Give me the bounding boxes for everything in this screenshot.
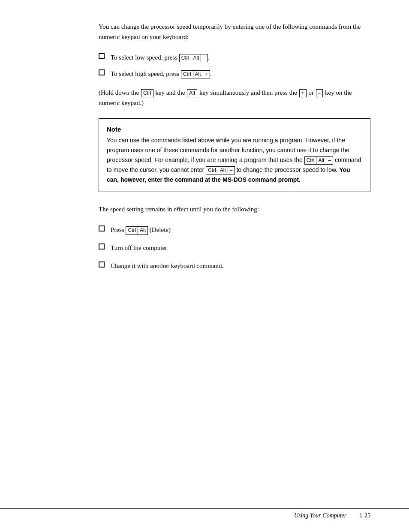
ctrl-key-paren: Ctrl bbox=[141, 89, 153, 98]
ctrl-alt-plus-key-group: CtrlAlt+ bbox=[181, 70, 210, 79]
bullet-low-text: To select low speed, press CtrlAlt– . bbox=[111, 52, 210, 63]
page: You can change the processor speed tempo… bbox=[0, 0, 409, 532]
bottom-bullet-1: Press CtrlAlt (Delete) bbox=[99, 225, 370, 235]
note-title: Note bbox=[107, 126, 362, 133]
minus-key-paren: – bbox=[316, 89, 323, 98]
parenthetical-text: (Hold down the Ctrl key and the Alt key … bbox=[99, 87, 370, 108]
plus-key-1: + bbox=[203, 70, 210, 79]
bottom-bullet-2: Turn off the computer bbox=[99, 243, 370, 253]
change-command-text: Change it with another keyboard command. bbox=[111, 261, 223, 271]
bullet-high-speed: To select high speed, press CtrlAlt+ . bbox=[99, 69, 370, 79]
note-key-group-2: CtrlAlt– bbox=[206, 166, 235, 175]
press-ctrl-alt-delete: Press CtrlAlt (Delete) bbox=[111, 225, 171, 235]
footer-label: Using Your Computer bbox=[294, 512, 346, 519]
intro-paragraph: You can change the processor speed tempo… bbox=[99, 21, 370, 42]
plus-key-paren: + bbox=[299, 89, 307, 98]
note-body: You can use the commands listed above wh… bbox=[107, 135, 362, 185]
ctrl-alt-minus-key-group: CtrlAlt– bbox=[179, 54, 208, 63]
note-box: Note You can use the commands listed abo… bbox=[99, 118, 370, 192]
speed-setting-text: The speed setting remains in effect unti… bbox=[99, 204, 370, 214]
minus-key-1: – bbox=[201, 54, 208, 63]
alt-key-2: Alt bbox=[193, 70, 203, 79]
bottom-bullets: Press CtrlAlt (Delete) Turn off the comp… bbox=[99, 225, 370, 271]
speed-bullets: To select low speed, press CtrlAlt– . To… bbox=[99, 52, 370, 79]
ctrl-key-2: Ctrl bbox=[181, 70, 193, 79]
footer-page-number: 1-25 bbox=[359, 512, 370, 519]
checkbox-icon-1 bbox=[99, 53, 105, 59]
note-key-group-1: CtrlAlt– bbox=[304, 156, 333, 165]
note-ctrl-1: Ctrl bbox=[304, 156, 317, 165]
note-ctrl-2: Ctrl bbox=[206, 166, 218, 175]
footer: Using Your Computer 1-25 bbox=[0, 508, 409, 519]
checkbox-icon-5 bbox=[99, 261, 105, 268]
turn-off-text: Turn off the computer bbox=[111, 243, 167, 253]
note-minus-2: – bbox=[228, 166, 235, 175]
note-minus-1: – bbox=[326, 156, 333, 165]
ctrl-alt-delete-key-group: CtrlAlt bbox=[126, 226, 148, 235]
checkbox-icon-3 bbox=[99, 225, 105, 231]
note-alt-2: Alt bbox=[218, 166, 228, 175]
bullet-low-speed: To select low speed, press CtrlAlt– . bbox=[99, 52, 370, 63]
note-alt-1: Alt bbox=[316, 156, 326, 165]
alt-key-paren: Alt bbox=[187, 89, 197, 98]
checkbox-icon-2 bbox=[99, 69, 105, 75]
bottom-bullet-3: Change it with another keyboard command. bbox=[99, 261, 370, 271]
ctrl-key-bottom: Ctrl bbox=[126, 226, 138, 235]
checkbox-icon-4 bbox=[99, 243, 105, 249]
ctrl-key-1: Ctrl bbox=[179, 54, 192, 63]
alt-key-1: Alt bbox=[191, 54, 201, 63]
alt-key-bottom: Alt bbox=[138, 226, 148, 235]
bullet-high-text: To select high speed, press CtrlAlt+ . bbox=[111, 69, 211, 79]
